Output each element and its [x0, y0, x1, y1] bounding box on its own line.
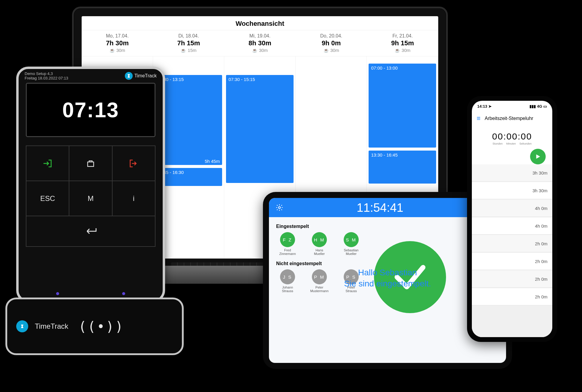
day-break: 30m: [324, 48, 339, 53]
tablet-clock: 11:54:41: [357, 201, 403, 214]
day-header: Do, 20.04. 9h 0m 30m: [296, 30, 367, 56]
terminal-keypad: ESC M i: [26, 145, 155, 247]
time-block[interactable]: 07:00 - 13:00: [369, 64, 436, 148]
time-duration: 5h 45m: [205, 159, 220, 164]
hours-label: Stunden: [493, 142, 503, 145]
time-entry[interactable]: 2h 0m: [472, 235, 552, 252]
avatar: F Z: [280, 232, 295, 247]
phone-title: Arbeitszeit-Stempeluhr: [485, 116, 533, 121]
time-entry[interactable]: 2h 0m: [472, 271, 552, 288]
entry-duration: 2h 0m: [535, 241, 547, 246]
m-button[interactable]: M: [69, 181, 112, 216]
network-label: 4G: [537, 104, 542, 109]
time-entry[interactable]: 3h 30m: [472, 182, 552, 199]
clocked-in-heading: Eingestempelt: [276, 224, 499, 229]
hourglass-icon: [125, 72, 133, 80]
day-hours: 9h 15m: [368, 39, 437, 47]
time-block[interactable]: 13:30 - 16:45: [369, 151, 436, 184]
time-entry[interactable]: 4h 0m: [472, 217, 552, 235]
day-date: Fr, 21.04.: [368, 33, 437, 39]
cup-icon: [181, 48, 186, 53]
time-block[interactable]: 07:30 - 15:15: [226, 75, 294, 183]
card-reader: TimeTrack ((•)): [5, 298, 184, 355]
phone-screen: 14:13 ➤ ▮▮▮ 4G ▭ ≡ Arbeitszeit-Stempeluh…: [472, 101, 552, 337]
timer-area: 00:00:00 Stunden Minuten Sekunden: [472, 125, 552, 149]
cup-icon: [252, 48, 257, 53]
phone-status-bar: 14:13 ➤ ▮▮▮ 4G ▭: [472, 101, 552, 112]
info-button[interactable]: i: [112, 181, 155, 216]
avatar: H M: [312, 232, 327, 247]
nfc-icon: ((•)): [79, 319, 124, 334]
day-header: Fr, 21.04. 9h 15m 30m: [367, 30, 438, 56]
day-date: Do, 20.04.: [297, 33, 366, 39]
terminal-clock-display: 07:13: [26, 83, 155, 137]
entry-duration: 3h 30m: [532, 170, 547, 175]
timer-display: 00:00:00: [472, 131, 552, 142]
day-hours: 8h 30m: [225, 39, 294, 47]
avatar: S M: [344, 232, 359, 247]
day-hours: 9h 0m: [297, 39, 366, 47]
user-name: FredZinnemann: [276, 248, 299, 256]
day-hours: 7h 15m: [154, 39, 223, 47]
minutes-label: Minuten: [506, 142, 516, 145]
entry-duration: 2h 0m: [535, 294, 547, 299]
entry-duration: 4h 0m: [535, 206, 547, 211]
user-name: HansMueller: [308, 248, 331, 256]
day-header: Mi, 19.04. 8h 30m 30m: [224, 30, 296, 56]
entry-duration: 3h 30m: [532, 188, 547, 193]
time-entry[interactable]: 2h 0m: [472, 253, 552, 270]
svg-rect-0: [88, 162, 94, 166]
user-item[interactable]: H M HansMueller: [308, 232, 331, 256]
enter-button[interactable]: [26, 216, 155, 247]
day-break: 30m: [395, 48, 410, 53]
seconds-label: Sekunden: [520, 142, 532, 145]
entry-duration: 4h 0m: [535, 223, 547, 229]
terminal-clock: 07:13: [62, 98, 119, 122]
terminal-brand: TimeTrack: [134, 73, 157, 79]
break-button[interactable]: [69, 146, 112, 181]
time-range: 07:30 - 15:15: [228, 77, 255, 82]
phone-time: 14:13: [477, 104, 487, 109]
day-break: 30m: [252, 48, 268, 53]
cup-icon: [395, 48, 400, 53]
terminal-leds: [56, 292, 125, 295]
day-date: Mo, 17.04.: [83, 33, 152, 39]
time-entry[interactable]: 4h 0m: [472, 200, 552, 217]
time-range: 13:30 - 16:45: [371, 152, 397, 157]
day-hours: 7h 30m: [83, 39, 152, 47]
day-header: Di, 18.04. 7h 15m 15m: [153, 30, 225, 56]
phone-header: ≡ Arbeitszeit-Stempeluhr: [472, 112, 552, 125]
user-name: SebastianMueller: [340, 248, 363, 256]
clock-in-button[interactable]: [26, 146, 69, 181]
terminal-status-bar: Demo Setup 4,3 Freitag 18.03.2022 07:13 …: [19, 69, 163, 80]
time-range: 07:00 - 13:00: [371, 65, 397, 70]
hourglass-icon: [16, 320, 28, 332]
timer-labels: Stunden Minuten Sekunden: [472, 142, 552, 145]
menu-icon[interactable]: ≡: [477, 115, 481, 122]
esc-button[interactable]: ESC: [26, 181, 69, 216]
phone-frame: 14:13 ➤ ▮▮▮ 4G ▭ ≡ Arbeitszeit-Stempeluh…: [467, 96, 557, 342]
time-entries-list[interactable]: 3h 30m3h 30m4h 0m4h 0m2h 0m2h 0m2h 0m2h …: [472, 164, 552, 337]
time-entry[interactable]: 3h 30m: [472, 164, 552, 181]
gear-icon[interactable]: [276, 204, 283, 211]
day-break: 15m: [181, 48, 196, 53]
user-item[interactable]: S M SebastianMueller: [340, 232, 363, 256]
day-break: 30m: [110, 48, 125, 53]
terminal-setup-label: Demo Setup 4,3: [25, 71, 68, 76]
reader-brand: TimeTrack: [35, 322, 68, 331]
time-terminal: Demo Setup 4,3 Freitag 18.03.2022 07:13 …: [16, 67, 165, 302]
cup-icon: [110, 48, 115, 53]
battery-icon: ▭: [543, 104, 547, 109]
signal-icon: ▮▮▮: [529, 104, 536, 109]
location-icon: ➤: [488, 104, 492, 109]
terminal-date: Freitag 18.03.2022 07:13: [25, 76, 68, 80]
clock-out-button[interactable]: [112, 146, 155, 181]
entry-duration: 2h 0m: [535, 259, 547, 264]
user-item[interactable]: F Z FredZinnemann: [276, 232, 299, 256]
day-date: Mi, 19.04.: [225, 33, 294, 39]
cup-icon: [324, 48, 329, 53]
time-entry[interactable]: 2h 0m: [472, 288, 552, 305]
week-header: Mo, 17.04. 7h 30m 30m Di, 18.04. 7h 15m …: [82, 30, 438, 56]
day-header: Mo, 17.04. 7h 30m 30m: [82, 30, 153, 56]
play-button[interactable]: [530, 149, 546, 164]
